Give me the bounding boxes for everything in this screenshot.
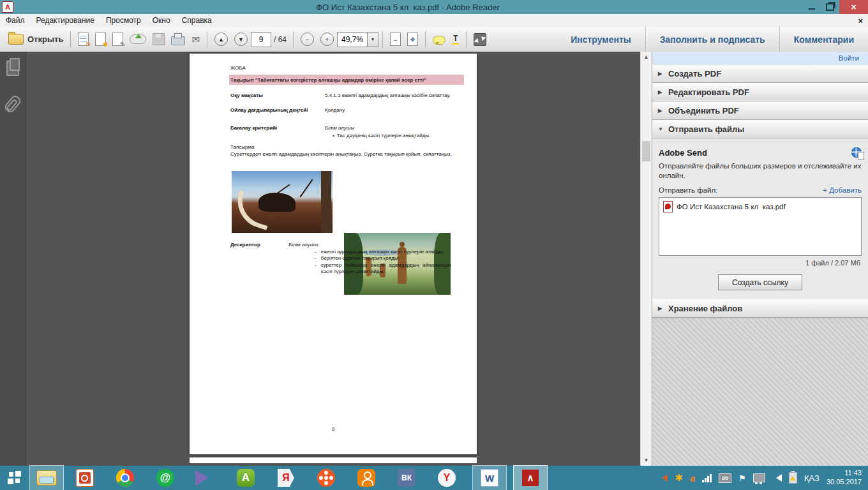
previous-page-button[interactable]: ▲	[211, 30, 231, 49]
next-page-button[interactable]: ▼	[231, 30, 251, 49]
tray-flower-icon[interactable]: ✱	[675, 472, 683, 484]
create-pdf-button[interactable]: ✱	[92, 30, 109, 49]
taskbar-file-explorer[interactable]	[29, 465, 64, 490]
sign-in-link[interactable]: Войти	[652, 52, 868, 64]
battery-warning-icon[interactable]	[789, 472, 797, 484]
add-file-link[interactable]: + Добавить	[823, 186, 862, 194]
taskbar-word[interactable]: W	[472, 465, 507, 490]
avast-icon[interactable]: a	[690, 473, 695, 484]
zoom-dropdown-button[interactable]: ▼	[367, 32, 378, 47]
fit-page-button[interactable]: ✥	[404, 30, 421, 49]
zoom-out-button[interactable]: −	[297, 30, 317, 49]
tray-clock[interactable]: 11:43 30.05.2017	[827, 469, 862, 487]
yandex-browser-icon: Y	[438, 469, 456, 487]
taskbar-green-a-app[interactable]: A	[231, 466, 260, 490]
start-button[interactable]	[0, 466, 29, 490]
tools-sidebar: Войти ▶ Создать PDF ▶ Редактировать PDF …	[652, 52, 868, 466]
attachments-paperclip-icon[interactable]	[3, 94, 22, 114]
fit-width-button[interactable]: ↔	[387, 30, 404, 49]
sidebar-hatched-area	[652, 318, 868, 466]
zoom-in-button[interactable]: +	[317, 30, 337, 49]
taskbar-chrome[interactable]	[110, 466, 140, 490]
display-icon[interactable]	[753, 473, 765, 482]
toolbar-tabs: Инструменты Заполнить и подписать Коммен…	[557, 27, 868, 52]
create-link-button[interactable]: Создать ссылку	[718, 274, 802, 290]
row-label: Ойлау дағдыларының деңгейі	[230, 107, 323, 114]
menu-bar: Файл Редактирование Просмотр Окно Справк…	[0, 14, 868, 27]
scroll-down-icon[interactable]: ▼	[641, 455, 652, 466]
project-label: ЖОБА	[230, 65, 246, 71]
sign-button[interactable]: ✎	[109, 30, 126, 49]
minimize-button[interactable]	[802, 0, 821, 14]
network-signal-icon[interactable]	[702, 474, 712, 482]
tab-fill-sign[interactable]: Заполнить и подписать	[645, 27, 779, 52]
taskbar-yandex-browser[interactable]: Y	[432, 466, 461, 490]
fullscreen-button[interactable]	[470, 30, 490, 49]
page-thumbnails-icon[interactable]	[6, 61, 19, 76]
menu-window[interactable]: Окно	[147, 14, 176, 27]
menu-help[interactable]: Справка	[176, 14, 218, 27]
row-value: 5.4.1.1 ежелгі адамдардың алғашқы кәсібі…	[325, 93, 463, 99]
adobe-send-globe-icon	[851, 147, 862, 158]
language-indicator[interactable]: ҚАЗ	[804, 473, 819, 483]
page-total-label: / 64	[274, 35, 287, 44]
highlight-text-icon: T	[452, 34, 459, 45]
send-file-label: Отправить файл:	[659, 186, 717, 194]
cloud-upload-button[interactable]	[126, 30, 149, 49]
windows-taskbar: @ A Я ВК Y W ∧ ✱ a DD ⚑ ҚАЗ 11:43 30.05.…	[0, 466, 868, 490]
dash-icon: -	[315, 249, 317, 255]
descriptor-role: Білім алушы	[288, 242, 426, 248]
menu-file[interactable]: Файл	[0, 14, 31, 27]
chevron-right-icon: ▶	[658, 108, 663, 114]
open-folder-icon	[8, 34, 24, 45]
scrollbar-thumb[interactable]	[642, 141, 650, 161]
menubar-close-icon[interactable]: ×	[858, 16, 863, 26]
panel-file-storage[interactable]: ▶ Хранение файлов	[652, 299, 868, 318]
export-pdf-button[interactable]: ↻	[75, 30, 92, 49]
panel-edit-pdf[interactable]: ▶ Редактировать PDF	[652, 83, 868, 101]
action-center-flag-icon[interactable]: ⚑	[738, 473, 746, 483]
main-area: ЖОБА Тақырып "Табиғаттағы өзгерістер алғ…	[0, 52, 868, 466]
tab-tools[interactable]: Инструменты	[557, 27, 645, 52]
print-button[interactable]	[168, 30, 188, 49]
plus-icon: +	[320, 33, 334, 46]
save-button[interactable]	[149, 30, 168, 49]
taskbar-yandex[interactable]: Я	[271, 466, 301, 490]
taskbar-adobe-reader[interactable]: ∧	[513, 465, 548, 490]
green-a-icon: A	[237, 469, 255, 487]
tab-comments[interactable]: Комментарии	[779, 27, 868, 52]
tray-date: 30.05.2017	[827, 478, 862, 487]
taskbar-film-app[interactable]	[311, 466, 341, 490]
tree-trunk-shape	[321, 171, 331, 233]
pdf-page[interactable]: ЖОБА Тақырып "Табиғаттағы өзгерістер алғ…	[190, 54, 477, 454]
scroll-up-icon[interactable]: ▲	[641, 52, 652, 63]
menu-edit[interactable]: Редактирование	[31, 14, 100, 27]
volume-icon[interactable]	[772, 474, 782, 482]
descriptor-list: - ежелгі адамдардың алғашқы кәсіп түрлер…	[315, 249, 463, 276]
close-button[interactable]: ×	[839, 0, 868, 14]
taskbar-powerpoint[interactable]	[70, 466, 100, 490]
page-number-input[interactable]	[251, 32, 271, 47]
taskbar-vk[interactable]: ВК	[392, 466, 421, 490]
row-label: Бағалау критерийі	[230, 125, 323, 131]
panel-send-files[interactable]: ▼ Отправить файлы	[652, 120, 868, 138]
zoom-level-input[interactable]	[337, 32, 367, 47]
file-list-box[interactable]: ФО Ист Казахстана 5 кл каз.pdf	[659, 197, 862, 256]
open-button[interactable]: Открыть	[5, 30, 66, 49]
document-area[interactable]: ЖОБА Тақырып "Табиғаттағы өзгерістер алғ…	[26, 52, 640, 466]
row-value: Қолдану	[325, 107, 463, 114]
taskbar-kmplayer[interactable]	[191, 466, 220, 490]
dolby-icon[interactable]: DD	[719, 473, 731, 483]
highlight-button[interactable]: T	[449, 30, 462, 49]
taskbar-odnoklassniki[interactable]	[352, 466, 381, 490]
taskbar-mailru-agent[interactable]: @	[151, 466, 180, 490]
volume-orange-icon[interactable]	[658, 474, 668, 482]
email-button[interactable]: ✉	[188, 30, 203, 49]
file-list-item[interactable]: ФО Ист Казахстана 5 кл каз.pdf	[663, 201, 857, 212]
restore-button[interactable]	[821, 0, 839, 14]
comment-button[interactable]	[430, 30, 449, 49]
vertical-scrollbar[interactable]: ▲ ▼	[640, 52, 652, 466]
panel-create-pdf[interactable]: ▶ Создать PDF	[652, 64, 868, 83]
panel-combine-pdf[interactable]: ▶ Объединить PDF	[652, 101, 868, 120]
menu-view[interactable]: Просмотр	[100, 14, 147, 27]
